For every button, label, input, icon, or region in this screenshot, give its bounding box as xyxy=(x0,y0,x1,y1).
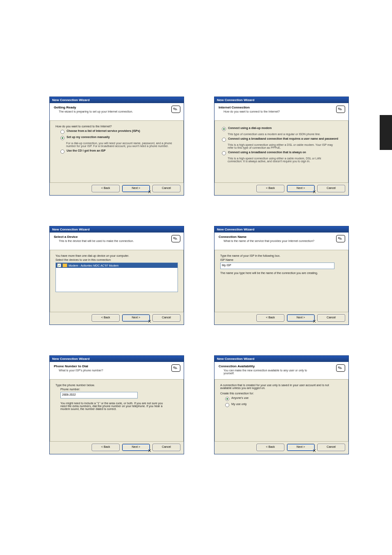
cancel-button[interactable]: Cancel xyxy=(317,185,345,192)
wizard-hand-icon xyxy=(336,364,345,372)
dialog-availability: New Connection Wizard Connection Availab… xyxy=(214,355,349,454)
next-button[interactable]: Next > xyxy=(287,314,315,322)
option-label: Connect using a broadband connection tha… xyxy=(228,137,343,140)
header-title: Connection Availability xyxy=(219,364,344,368)
dialog-footer: < Back Next > Cancel xyxy=(50,312,184,325)
option-anyone[interactable]: Anyone's use xyxy=(225,396,343,401)
cancel-button[interactable]: Cancel xyxy=(152,314,180,322)
dialog-footer: < Back Next > Cancel xyxy=(50,441,184,454)
dialog-header: Select a Device This is the device that … xyxy=(50,233,184,250)
back-button[interactable]: < Back xyxy=(256,185,284,192)
wizard-hand-icon xyxy=(171,364,180,372)
next-button[interactable]: Next > xyxy=(122,185,150,192)
prompt-label: Select the devices to use in this connec… xyxy=(55,258,178,261)
option-label: Choose from a list of Internet service p… xyxy=(67,129,178,132)
dialog-title: New Connection Wizard xyxy=(50,356,184,362)
dialog-footer: < Back Next > Cancel xyxy=(214,182,348,195)
option-my-use-only[interactable]: My use only xyxy=(225,403,343,407)
radio-icon xyxy=(222,127,226,131)
dialog-select-device: New Connection Wizard Select a Device Th… xyxy=(49,226,184,325)
phone-input[interactable]: 2808-2022 xyxy=(60,392,138,398)
back-button[interactable]: < Back xyxy=(256,314,284,322)
radio-icon xyxy=(225,403,229,407)
option-cd[interactable]: Use the CD I got from an ISP xyxy=(60,149,178,154)
modem-icon xyxy=(62,263,67,267)
header-subtitle: You can make the new connection availabl… xyxy=(224,369,318,375)
dialog-header: Connection Name What is the name of the … xyxy=(214,233,348,250)
checkbox-checked-icon[interactable]: ✓ xyxy=(57,263,61,267)
option-broadband-auth[interactable]: Connect using a broadband connection tha… xyxy=(222,137,343,142)
cancel-button[interactable]: Cancel xyxy=(152,444,180,451)
header-title: Select a Device xyxy=(54,235,180,239)
radio-icon xyxy=(222,138,226,142)
back-button[interactable]: < Back xyxy=(92,185,120,192)
dialog-phone-number: New Connection Wizard Phone Number to Di… xyxy=(49,355,184,454)
dialog-body: You have more than one dial-up device on… xyxy=(50,250,184,312)
dialog-title: New Connection Wizard xyxy=(214,97,348,103)
header-title: Phone Number to Dial xyxy=(54,364,180,368)
dialog-footer: < Back Next > Cancel xyxy=(214,441,348,454)
radio-icon xyxy=(225,397,229,401)
side-marker xyxy=(380,115,392,150)
dialog-body: A connection that is created for your us… xyxy=(214,380,348,441)
next-button[interactable]: Next > xyxy=(287,185,315,192)
option-isp-list[interactable]: Choose from a list of Internet service p… xyxy=(60,129,178,134)
radio-icon xyxy=(60,150,65,154)
prompt-label: Type the name of your ISP in the followi… xyxy=(220,254,343,257)
dialog-getting-ready: New Connection Wizard Getting Ready The … xyxy=(49,97,184,196)
dialog-body: Type the phone number below. Phone numbe… xyxy=(50,380,184,441)
screenshots-grid: New Connection Wizard Getting Ready The … xyxy=(49,97,349,454)
isp-name-input[interactable]: My ISP xyxy=(220,263,334,269)
header-subtitle: What is your ISP's phone number? xyxy=(59,369,153,372)
header-subtitle: What is the name of the service that pro… xyxy=(224,240,318,242)
isp-name-label: ISP Name xyxy=(220,258,343,261)
dialog-title: New Connection Wizard xyxy=(214,226,348,233)
wizard-hand-icon xyxy=(171,235,180,242)
header-title: Getting Ready xyxy=(54,106,180,109)
next-button[interactable]: Next > xyxy=(287,444,315,451)
back-button[interactable]: < Back xyxy=(92,444,120,451)
phone-label: Phone number: xyxy=(60,388,178,391)
hint-label: The name you type here will be the name … xyxy=(220,272,343,274)
dialog-header: Getting Ready The wizard is preparing to… xyxy=(50,103,184,121)
header-subtitle: How do you want to connect to the Intern… xyxy=(224,110,318,113)
dialog-body: Connect using a dial-up modem This type … xyxy=(214,121,348,182)
next-button[interactable]: Next > xyxy=(122,444,150,451)
dialog-connection-name: New Connection Wizard Connection Name Wh… xyxy=(214,226,349,325)
option-description: This type of connection uses a modem and… xyxy=(228,133,334,136)
option-broadband-always-on[interactable]: Connect using a broadband connection tha… xyxy=(222,151,343,155)
header-title: Connection Name xyxy=(219,235,344,239)
option-manual[interactable]: Set up my connection manually xyxy=(60,136,178,140)
option-description: This is a high-speed connection using ei… xyxy=(228,157,334,163)
back-button[interactable]: < Back xyxy=(256,444,284,451)
device-list[interactable]: ✓ Modem - Actiontec MDC AC'97 Modem xyxy=(55,263,178,292)
create-for-label: Create this connection for: xyxy=(220,392,343,395)
dialog-footer: < Back Next > Cancel xyxy=(214,312,348,325)
header-subtitle: The wizard is preparing to set up your I… xyxy=(59,110,153,113)
cancel-button[interactable]: Cancel xyxy=(317,444,345,451)
dialog-title: New Connection Wizard xyxy=(50,97,184,103)
wizard-hand-icon xyxy=(336,106,345,113)
dialog-header: Phone Number to Dial What is your ISP's … xyxy=(50,362,184,380)
info-label: A connection that is created for your us… xyxy=(220,384,335,389)
next-button[interactable]: Next > xyxy=(122,314,150,322)
hint-label: You might need to include a "1" or the a… xyxy=(60,402,167,410)
device-list-item[interactable]: ✓ Modem - Actiontec MDC AC'97 Modem xyxy=(56,263,178,268)
option-label: My use only xyxy=(231,403,343,405)
dialog-header: Internet Connection How do you want to c… xyxy=(214,103,348,121)
dialog-title: New Connection Wizard xyxy=(50,226,184,233)
radio-icon xyxy=(222,151,226,155)
option-description: This is a high-speed connection using ei… xyxy=(228,143,334,149)
option-label: Anyone's use xyxy=(231,396,343,399)
back-button[interactable]: < Back xyxy=(92,314,120,322)
info-label: You have more than one dial-up device on… xyxy=(55,254,178,257)
option-label: Connect using a broadband connection tha… xyxy=(228,151,343,154)
dialog-header: Connection Availability You can make the… xyxy=(214,362,348,380)
prompt-label: Type the phone number below. xyxy=(55,384,178,387)
cancel-button[interactable]: Cancel xyxy=(317,314,345,322)
wizard-hand-icon xyxy=(171,106,180,113)
option-label: Use the CD I got from an ISP xyxy=(67,149,178,152)
cancel-button[interactable]: Cancel xyxy=(152,185,180,192)
option-label: Connect using a dial-up modem xyxy=(228,127,343,129)
option-dialup[interactable]: Connect using a dial-up modem xyxy=(222,127,343,131)
